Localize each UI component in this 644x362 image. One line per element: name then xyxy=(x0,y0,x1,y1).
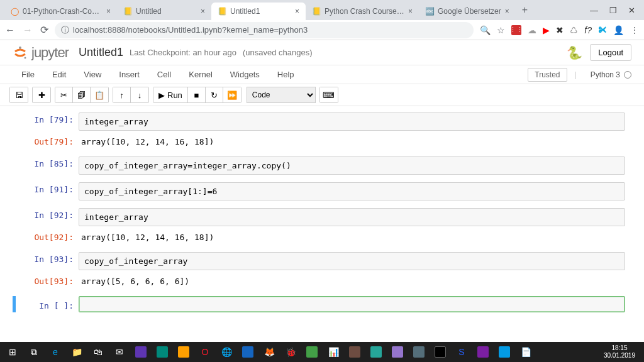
zoom-icon[interactable]: 🔍 xyxy=(480,25,491,35)
address-bar: ← → ⟳ ⓘ localhost:8888/notebooks/Untitle… xyxy=(0,20,644,40)
code-cell[interactable]: In [93]: copy_of_integer_array xyxy=(19,252,625,270)
jupyter-brand: jupyter xyxy=(31,45,69,61)
app-icon[interactable] xyxy=(152,343,172,361)
menu-file[interactable]: File xyxy=(13,70,43,79)
logout-button[interactable]: Logout xyxy=(590,44,631,61)
time-text: 18:15 xyxy=(604,344,635,352)
app-icon[interactable] xyxy=(238,343,258,361)
in-prompt: In [85]: xyxy=(19,156,79,175)
ext-icon[interactable]: ♺ xyxy=(570,25,578,35)
firefox-icon[interactable]: 🦊 xyxy=(259,343,279,361)
app-icon[interactable] xyxy=(409,343,429,361)
browser-tab[interactable]: 📒 Python Crash Course Exerc × xyxy=(306,3,419,20)
jupyter-favicon: 📒 xyxy=(312,7,321,16)
move-down-icon[interactable]: ↓ xyxy=(131,87,148,102)
app-icon[interactable] xyxy=(387,343,408,361)
trusted-badge[interactable]: Trusted xyxy=(528,68,567,82)
ext-icon[interactable]: ☁ xyxy=(528,25,536,35)
maximize-icon[interactable]: ❐ xyxy=(609,6,617,15)
url-input[interactable]: ⓘ localhost:8888/notebooks/Untitled1.ipy… xyxy=(55,22,474,38)
tab-close-icon[interactable]: × xyxy=(106,7,111,16)
celltype-select[interactable]: Code xyxy=(247,87,316,103)
jupyter-logo[interactable]: jupyter xyxy=(13,45,69,61)
start-icon[interactable]: ⊞ xyxy=(3,343,23,361)
menu-widgets[interactable]: Widgets xyxy=(221,70,269,79)
move-up-icon[interactable]: ↑ xyxy=(113,87,131,102)
system-clock[interactable]: 18:15 30.01.2019 xyxy=(597,344,641,359)
app-icon[interactable]: 📄 xyxy=(516,343,536,361)
code-cell[interactable]: In [92]: integer_array xyxy=(19,208,625,226)
menu-insert[interactable]: Insert xyxy=(110,70,148,79)
code-cell[interactable]: In [91]: copy_of_integer_array[1:]=6 xyxy=(19,182,625,200)
profile-icon[interactable]: 👤 xyxy=(613,25,624,35)
back-icon[interactable]: ← xyxy=(5,25,15,36)
kernel-indicator[interactable]: Python 3 xyxy=(584,70,631,79)
app-icon[interactable] xyxy=(302,343,322,361)
ext-icon[interactable]: ✀ xyxy=(598,25,607,35)
code-input[interactable]: integer_array xyxy=(79,112,625,131)
command-palette-icon[interactable]: ⌨ xyxy=(320,87,338,102)
app-icon[interactable] xyxy=(131,343,151,361)
browser-tab-active[interactable]: 📒 Untitled1 × xyxy=(211,3,306,20)
run-button[interactable]: ▶ Run xyxy=(153,87,188,102)
youtube-icon[interactable]: ▶ xyxy=(543,25,550,35)
menu-edit[interactable]: Edit xyxy=(43,70,75,79)
tab-close-icon[interactable]: × xyxy=(408,7,413,16)
star-icon[interactable]: ☆ xyxy=(497,25,505,35)
menu-icon[interactable]: ⋮ xyxy=(630,25,639,35)
app-icon[interactable]: S xyxy=(452,343,472,361)
taskview-icon[interactable]: ⧉ xyxy=(24,343,44,361)
paste-icon[interactable]: 📋 xyxy=(91,87,108,102)
restart-icon[interactable]: ↻ xyxy=(206,87,223,102)
stop-icon[interactable]: ■ xyxy=(188,87,206,102)
browser-tab[interactable]: 🔤 Google Übersetzer × xyxy=(419,3,516,20)
code-input[interactable]: copy_of_integer_array[1:]=6 xyxy=(79,182,625,200)
browser-tab-strip: ◯ 01-Python-Crash-Course/ × 📒 Untitled ×… xyxy=(0,0,644,20)
store-icon[interactable]: 🛍 xyxy=(88,343,108,361)
ext-icon[interactable]: ⋮⋮ xyxy=(511,25,521,35)
app-icon[interactable] xyxy=(174,343,194,361)
code-input[interactable]: copy_of_integer_array=integer_array.copy… xyxy=(79,156,625,175)
new-tab-button[interactable]: + xyxy=(516,4,534,16)
app-icon[interactable]: 🐞 xyxy=(280,343,301,361)
browser-tab[interactable]: 📒 Untitled × xyxy=(117,3,211,20)
forward-icon[interactable]: → xyxy=(23,25,33,36)
mail-icon[interactable]: ✉ xyxy=(109,343,130,361)
browser-tab[interactable]: ◯ 01-Python-Crash-Course/ × xyxy=(4,3,117,20)
notebook-title[interactable]: Untitled1 xyxy=(79,46,123,59)
menu-help[interactable]: Help xyxy=(269,70,303,79)
explorer-icon[interactable]: 📁 xyxy=(67,343,87,361)
cut-icon[interactable]: ✂ xyxy=(55,87,73,102)
fast-forward-icon[interactable]: ⏩ xyxy=(223,87,241,102)
cmd-icon[interactable] xyxy=(430,343,450,361)
app-icon[interactable] xyxy=(494,343,514,361)
code-input[interactable]: integer_array xyxy=(79,208,625,226)
info-icon[interactable]: ⓘ xyxy=(61,25,69,36)
chrome-icon[interactable]: 🌐 xyxy=(216,343,236,361)
tab-close-icon[interactable]: × xyxy=(295,7,299,16)
menu-view[interactable]: View xyxy=(75,70,110,79)
app-icon[interactable] xyxy=(366,343,386,361)
tab-close-icon[interactable]: × xyxy=(505,7,509,16)
close-window-icon[interactable]: ✕ xyxy=(628,6,635,15)
code-cell-selected[interactable]: In [ ]: xyxy=(19,296,625,312)
reload-icon[interactable]: ⟳ xyxy=(40,24,48,36)
code-input[interactable]: copy_of_integer_array xyxy=(79,252,625,270)
opera-icon[interactable]: O xyxy=(195,343,215,361)
edge-icon[interactable]: e xyxy=(45,343,65,361)
ext-icon[interactable]: f? xyxy=(584,25,592,35)
code-input[interactable] xyxy=(79,296,625,312)
menu-kernel[interactable]: Kernel xyxy=(180,70,221,79)
app-icon[interactable] xyxy=(473,343,493,361)
add-cell-icon[interactable]: ✚ xyxy=(33,87,50,102)
code-cell[interactable]: In [79]: integer_array xyxy=(19,112,625,131)
ext-icon[interactable]: ✖ xyxy=(556,25,564,35)
copy-icon[interactable]: 🗐 xyxy=(73,87,91,102)
tab-close-icon[interactable]: × xyxy=(201,7,205,16)
app-icon[interactable] xyxy=(345,343,365,361)
app-icon[interactable]: 📊 xyxy=(323,343,343,361)
save-icon[interactable]: 🖫 xyxy=(10,87,28,102)
code-cell[interactable]: In [85]: copy_of_integer_array=integer_a… xyxy=(19,156,625,175)
menu-cell[interactable]: Cell xyxy=(148,70,180,79)
minimize-icon[interactable]: — xyxy=(590,6,598,15)
